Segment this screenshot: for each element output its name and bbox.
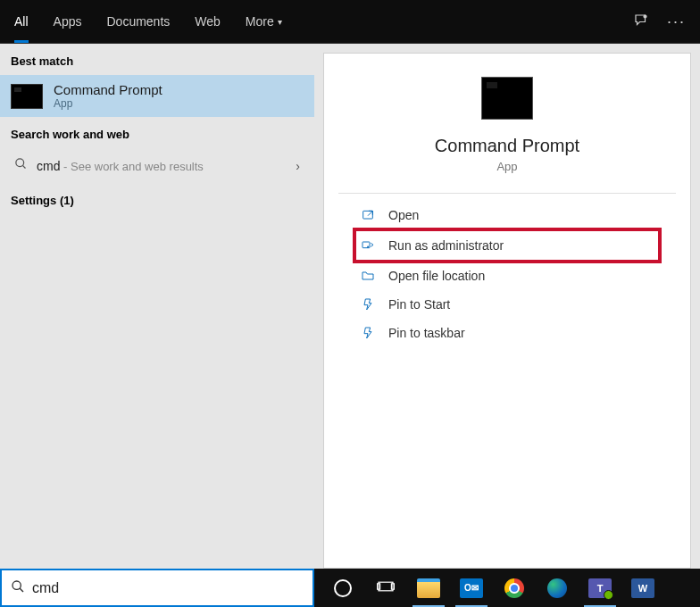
results-column: Best match Command Prompt App Search wor… <box>0 44 314 569</box>
section-settings: Settings (1) <box>0 183 314 214</box>
preview-title: Command Prompt <box>435 136 579 156</box>
action-run-admin-label: Run as administrator <box>388 238 504 253</box>
more-options-icon[interactable]: ··· <box>667 12 686 31</box>
taskbar-teams[interactable]: T <box>580 569 620 607</box>
section-search-web: Search work and web <box>0 117 314 148</box>
action-open-label: Open <box>388 208 419 222</box>
svg-point-5 <box>12 581 21 589</box>
file-explorer-icon <box>417 578 440 598</box>
task-view-icon <box>377 579 395 597</box>
web-search-term: cmd <box>37 159 60 173</box>
best-match-subtitle: App <box>54 97 162 110</box>
cortana-icon <box>334 579 352 597</box>
search-box[interactable] <box>0 569 314 607</box>
taskbar-chrome[interactable] <box>495 569 534 607</box>
action-pin-to-taskbar[interactable]: Pin to taskbar <box>354 319 660 347</box>
pin-taskbar-icon <box>360 326 376 340</box>
cortana-button[interactable] <box>323 569 362 607</box>
search-input[interactable] <box>32 580 304 596</box>
action-pin-to-start[interactable]: Pin to Start <box>354 290 660 319</box>
svg-point-0 <box>644 15 646 18</box>
taskbar-outlook[interactable]: O✉ <box>452 569 491 607</box>
svg-line-2 <box>22 165 25 168</box>
shield-admin-icon <box>360 238 376 253</box>
action-open-location-label: Open file location <box>388 269 485 283</box>
open-icon <box>360 208 376 222</box>
tab-documents[interactable]: Documents <box>106 0 170 43</box>
pin-start-icon <box>360 297 376 312</box>
edge-icon <box>547 578 567 598</box>
preview-panel: Command Prompt App Open Run as adm <box>323 53 691 569</box>
action-open-file-location[interactable]: Open file location <box>354 262 660 290</box>
svg-point-1 <box>16 159 24 167</box>
taskbar-word[interactable]: W <box>623 569 662 607</box>
taskbar: O✉ T W <box>314 569 700 607</box>
outlook-icon: O✉ <box>460 578 483 598</box>
word-icon: W <box>631 578 654 598</box>
search-icon <box>11 579 25 597</box>
chevron-right-icon: › <box>296 159 300 173</box>
chevron-down-icon: ▾ <box>278 17 282 27</box>
svg-line-6 <box>20 588 23 592</box>
web-search-hint: - See work and web results <box>60 160 203 173</box>
action-pin-taskbar-label: Pin to taskbar <box>388 326 465 340</box>
tab-all[interactable]: All <box>14 0 29 43</box>
action-open[interactable]: Open <box>354 201 660 229</box>
feedback-icon[interactable] <box>633 12 649 31</box>
taskbar-edge[interactable] <box>538 569 577 607</box>
preview-subtitle: App <box>496 160 517 173</box>
tab-web[interactable]: Web <box>195 0 221 43</box>
command-prompt-icon <box>11 84 43 109</box>
search-icon <box>14 157 28 174</box>
search-filter-tabbar: All Apps Documents Web More ▾ ··· <box>0 0 700 44</box>
action-pin-start-label: Pin to Start <box>388 297 450 312</box>
best-match-result[interactable]: Command Prompt App <box>0 75 314 117</box>
command-prompt-large-icon <box>481 77 533 120</box>
svg-rect-7 <box>379 582 393 591</box>
teams-icon: T <box>588 578 612 598</box>
tab-more[interactable]: More ▾ <box>246 0 282 43</box>
section-best-match: Best match <box>0 44 314 75</box>
search-web-result[interactable]: cmd - See work and web results › <box>0 148 314 183</box>
action-run-as-administrator[interactable]: Run as administrator <box>354 229 660 262</box>
best-match-title: Command Prompt <box>54 82 162 97</box>
chrome-icon <box>504 578 524 598</box>
tab-apps[interactable]: Apps <box>54 0 82 43</box>
taskbar-file-explorer[interactable] <box>409 569 448 607</box>
folder-icon <box>360 269 376 283</box>
task-view-button[interactable] <box>366 569 405 607</box>
